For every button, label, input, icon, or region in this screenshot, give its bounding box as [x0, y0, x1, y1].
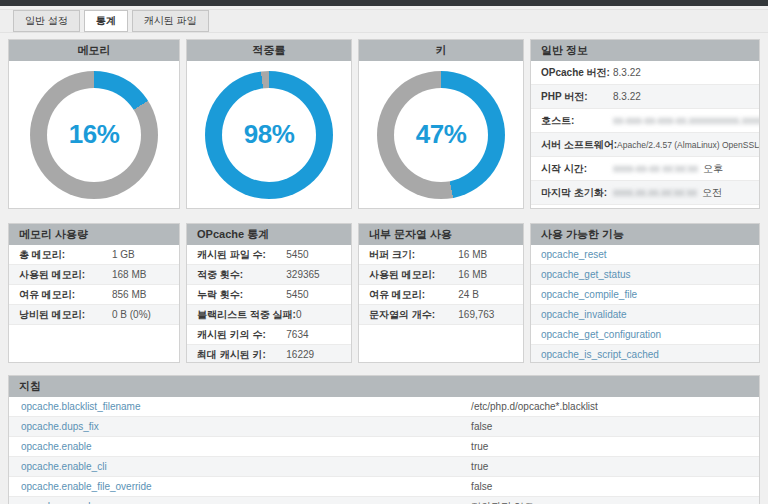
- keys-percent-label: 47%: [416, 119, 467, 150]
- memory-usage-title: 메모리 사용량: [9, 224, 179, 245]
- hit-rate-donut-chart: 98%: [205, 71, 333, 199]
- directive-enable-cli-link[interactable]: opcache.enable_cli: [21, 461, 471, 472]
- table-row: opcache.blacklist_filename /etc/php.d/op…: [9, 397, 759, 417]
- table-row: 낭비된 메모리: 0 B (0%): [9, 305, 179, 325]
- list-item: opcache_get_configuration: [531, 325, 759, 345]
- table-row: opcache.dups_fix false: [9, 417, 759, 437]
- available-functions-title: 사용 가능한 기능: [531, 224, 759, 245]
- info-row-start-time: 시작 시간: xxxx-xx-xx xx:xx:xx오후: [531, 157, 759, 181]
- table-row: 버퍼 크기: 16 MB: [359, 245, 523, 265]
- directive-blacklist-filename-link[interactable]: opcache.blacklist_filename: [21, 401, 471, 412]
- info-row-host: 호스트: xx-xxx-xx-xxx-xx.xxxxxxxxxx.xxxxx: [531, 109, 759, 133]
- directive-dups-fix-link[interactable]: opcache.dups_fix: [21, 421, 471, 432]
- list-item: opcache_is_script_cached: [531, 345, 759, 363]
- window-top-bar: [0, 0, 768, 6]
- table-row: opcache.enable true: [9, 437, 759, 457]
- table-row: 적중 횟수: 329365: [187, 265, 351, 285]
- opcache-invalidate-link[interactable]: opcache_invalidate: [541, 309, 627, 320]
- list-item: opcache_reset: [531, 245, 759, 265]
- list-item: opcache_compile_file: [531, 285, 759, 305]
- memory-chart-title: 메모리: [9, 40, 179, 61]
- directive-enable-file-override-link[interactable]: opcache.enable_file_override: [21, 481, 471, 492]
- table-row: opcache.error_log 정의되지 않음: [9, 497, 759, 504]
- hit-rate-chart-panel: 적중률 98%: [186, 39, 352, 209]
- redacted-start-time: xxxx-xx-xx xx:xx:xx: [613, 163, 698, 174]
- redacted-host-value: xx-xxx-xx-xxx-xx.xxxxxxxxxx.xxxxx: [613, 115, 760, 126]
- memory-chart-panel: 메모리 16%: [8, 39, 180, 209]
- memory-usage-panel: 메모리 사용량 총 메모리: 1 GB 사용된 메모리: 168 MB 여유 메…: [8, 223, 180, 363]
- directives-panel: 지침 opcache.blacklist_filename /etc/php.d…: [8, 375, 760, 504]
- hit-rate-percent-label: 98%: [244, 119, 295, 150]
- memory-percent-label: 16%: [69, 119, 120, 150]
- info-row-server-software: 서버 소프트웨어: Apache/2.4.57 (AlmaLinux) Open…: [531, 133, 759, 157]
- opcache-stats-panel: OPcache 통계 캐시된 파일 수: 5450 적중 횟수: 329365 …: [186, 223, 352, 363]
- statistics-page: 메모리 16% 적중률 98% 키 47% 일: [0, 39, 768, 504]
- info-row-last-reset: 마지막 초기화: xxxx.xx.xx.xx:xx:xx오전: [531, 181, 759, 205]
- general-info-panel: 일반 정보 OPcache 버전: 8.3.22 PHP 버전: 8.3.22 …: [530, 39, 760, 209]
- interned-strings-title: 내부 문자열 사용: [359, 224, 523, 245]
- opcache-reset-link[interactable]: opcache_reset: [541, 249, 607, 260]
- table-row: 사용된 메모리: 16 MB: [359, 265, 523, 285]
- hit-rate-chart-title: 적중률: [187, 40, 351, 61]
- opcache-get-status-link[interactable]: opcache_get_status: [541, 269, 631, 280]
- general-info-title: 일반 정보: [531, 40, 759, 61]
- keys-chart-panel: 키 47%: [358, 39, 524, 209]
- table-row: 캐시된 키의 수: 7634: [187, 325, 351, 345]
- opcache-stats-title: OPcache 통계: [187, 224, 351, 245]
- keys-chart-title: 키: [359, 40, 523, 61]
- redacted-last-reset: xxxx.xx.xx.xx:xx:xx: [613, 187, 697, 198]
- tab-bar: 일반 설정 통계 캐시된 파일: [0, 9, 768, 33]
- info-row-php-version: PHP 버전: 8.3.22: [531, 85, 759, 109]
- table-row: 블랙리스트 적중 실패: 0: [187, 305, 351, 325]
- table-row: 문자열의 개수: 169,763: [359, 305, 523, 325]
- table-row: 여유 메모리: 24 B: [359, 285, 523, 305]
- info-row-opcache-version: OPcache 버전: 8.3.22: [531, 61, 759, 85]
- memory-donut-chart: 16%: [30, 71, 158, 199]
- tab-general-settings[interactable]: 일반 설정: [13, 10, 80, 32]
- keys-donut-chart: 47%: [377, 71, 505, 199]
- opcache-compile-file-link[interactable]: opcache_compile_file: [541, 289, 637, 300]
- table-row: 캐시된 파일 수: 5450: [187, 245, 351, 265]
- tab-statistics[interactable]: 통계: [84, 10, 128, 32]
- opcache-get-configuration-link[interactable]: opcache_get_configuration: [541, 329, 661, 340]
- table-row: 여유 메모리: 856 MB: [9, 285, 179, 305]
- directives-title: 지침: [9, 376, 759, 397]
- list-item: opcache_get_status: [531, 265, 759, 285]
- table-row: 총 메모리: 1 GB: [9, 245, 179, 265]
- list-item: opcache_invalidate: [531, 305, 759, 325]
- table-row: 최대 캐시된 키: 16229: [187, 345, 351, 363]
- table-row: 누락 횟수: 5450: [187, 285, 351, 305]
- table-row: 사용된 메모리: 168 MB: [9, 265, 179, 285]
- tab-cached-files[interactable]: 캐시된 파일: [132, 10, 209, 32]
- directive-enable-link[interactable]: opcache.enable: [21, 441, 471, 452]
- table-row: opcache.enable_cli true: [9, 457, 759, 477]
- table-row: opcache.enable_file_override false: [9, 477, 759, 497]
- opcache-is-script-cached-link[interactable]: opcache_is_script_cached: [541, 349, 659, 360]
- available-functions-panel: 사용 가능한 기능 opcache_reset opcache_get_stat…: [530, 223, 760, 363]
- interned-strings-panel: 내부 문자열 사용 버퍼 크기: 16 MB 사용된 메모리: 16 MB 여유…: [358, 223, 524, 363]
